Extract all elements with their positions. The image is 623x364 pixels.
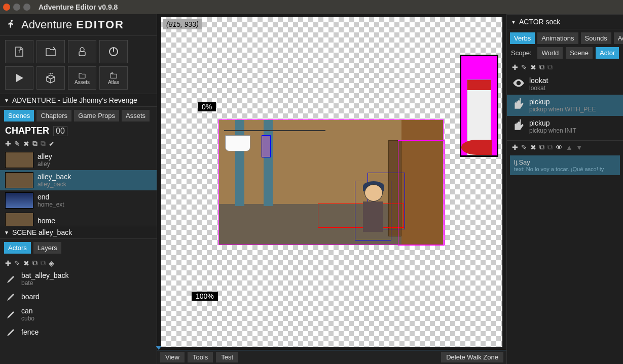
delete-walkzone-button[interactable]: Delete Walk Zone bbox=[441, 352, 503, 362]
scene-header-title: SCENE alley_back bbox=[12, 228, 72, 236]
brush-icon bbox=[5, 326, 17, 338]
scene-list[interactable]: alleyalley alley_backalley_back endhome_… bbox=[0, 150, 157, 226]
tab-verbs[interactable]: Verbs bbox=[510, 32, 535, 44]
delete-icon[interactable]: ✖ bbox=[530, 63, 536, 71]
maximize-window-icon[interactable] bbox=[23, 4, 30, 11]
power-button[interactable] bbox=[99, 40, 128, 63]
actor-item[interactable]: fence bbox=[0, 324, 157, 340]
selection-bbox[interactable] bbox=[398, 140, 445, 246]
cursor-coords: (815, 933) bbox=[163, 19, 202, 29]
gem-icon[interactable]: ◈ bbox=[49, 259, 54, 267]
copy-icon[interactable]: ⧉ bbox=[32, 139, 38, 148]
assets-button[interactable]: Assets bbox=[68, 66, 96, 90]
paste-icon[interactable]: ⧉ bbox=[547, 143, 553, 151]
actor-preview bbox=[460, 55, 498, 157]
actor-item[interactable]: board bbox=[0, 289, 157, 305]
action-panel: ✚ ✎ ✖ ⧉ ⧉ 👁 ▲ ▼ lj.Say text: No lo voy a… bbox=[507, 140, 623, 177]
scene-thumb bbox=[5, 172, 33, 188]
tab-assets[interactable]: Assets bbox=[122, 110, 150, 122]
scene-viewport[interactable]: (815, 933) 0% 100% bbox=[161, 17, 502, 347]
adventure-header[interactable]: ▼ ADVENTURE - Little Jhonny's Revenge bbox=[0, 94, 157, 107]
verb-item-pickup[interactable]: pickuppickup when WITH_PEE bbox=[507, 95, 623, 116]
actor-item[interactable]: bat_alley_backbate bbox=[0, 269, 157, 289]
copy-icon[interactable]: ⧉ bbox=[539, 63, 544, 71]
add-icon[interactable]: ✚ bbox=[5, 259, 11, 267]
scene-item-end[interactable]: endhome_ext bbox=[0, 190, 157, 211]
package-button[interactable] bbox=[36, 66, 65, 90]
tab-scenes[interactable]: Scenes bbox=[4, 110, 34, 122]
play-button[interactable] bbox=[5, 66, 33, 90]
verb-tools: ✚ ✎ ✖ ⧉ ⧉ bbox=[507, 61, 623, 73]
view-menu[interactable]: View bbox=[160, 352, 185, 362]
down-icon[interactable]: ▼ bbox=[576, 143, 583, 151]
add-icon[interactable]: ✚ bbox=[512, 143, 518, 151]
edit-icon[interactable]: ✎ bbox=[14, 140, 20, 148]
delete-icon[interactable]: ✖ bbox=[23, 140, 29, 148]
verb-sub: pickup when INIT bbox=[529, 127, 576, 134]
viewport-bottombar: View Tools Test Delete Walk Zone bbox=[157, 350, 506, 364]
close-window-icon[interactable] bbox=[3, 4, 10, 11]
scope-scene[interactable]: Scene bbox=[566, 47, 593, 59]
logo-text-2: EDITOR bbox=[76, 18, 124, 31]
hand-icon bbox=[512, 119, 525, 132]
tab-layers[interactable]: Layers bbox=[33, 242, 61, 254]
test-menu[interactable]: Test bbox=[216, 352, 238, 362]
tab-animations[interactable]: Animations bbox=[537, 32, 578, 44]
scene-thumb bbox=[5, 152, 33, 168]
scope-world[interactable]: World bbox=[537, 47, 563, 59]
brush-icon bbox=[5, 273, 17, 285]
edit-icon[interactable]: ✎ bbox=[14, 259, 20, 267]
app-body: Adventure EDITOR + Assets +Atlas ▼ ADVEN… bbox=[0, 14, 623, 364]
device-button[interactable] bbox=[68, 40, 96, 63]
action-item[interactable]: lj.Say text: No lo voy a tocar. ¡Qué asc… bbox=[510, 155, 620, 175]
verb-item-lookat[interactable]: lookatlookat bbox=[507, 73, 623, 95]
scene-item-alley-back[interactable]: alley_backalley_back bbox=[0, 170, 157, 190]
up-icon[interactable]: ▲ bbox=[566, 143, 573, 151]
chapter-number[interactable]: 00 bbox=[53, 126, 67, 136]
paste-icon[interactable]: ⧉ bbox=[41, 139, 46, 148]
pipe-graphic bbox=[235, 120, 244, 206]
add-icon[interactable]: ✚ bbox=[5, 140, 11, 148]
underwear-sprite[interactable] bbox=[225, 135, 250, 151]
copy-icon[interactable]: ⧉ bbox=[539, 143, 544, 151]
character-sprite[interactable] bbox=[355, 181, 391, 240]
add-icon[interactable]: ✚ bbox=[512, 63, 518, 71]
zoom-0-label: 0% bbox=[198, 102, 216, 111]
sock-sprite[interactable] bbox=[262, 135, 271, 157]
resize-handle-icon[interactable] bbox=[156, 346, 162, 350]
paste-icon[interactable]: ⧉ bbox=[547, 63, 553, 71]
minimize-window-icon[interactable] bbox=[13, 4, 20, 11]
scope-actor[interactable]: Actor bbox=[596, 47, 619, 59]
wire-graphic bbox=[224, 130, 325, 131]
edit-icon[interactable]: ✎ bbox=[521, 143, 527, 151]
scene-item-alley[interactable]: alleyalley bbox=[0, 150, 157, 170]
open-button[interactable] bbox=[36, 40, 65, 63]
tab-chapters[interactable]: Chapters bbox=[36, 110, 71, 122]
paste-icon[interactable]: ⧉ bbox=[41, 259, 46, 267]
atlas-button[interactable]: +Atlas bbox=[99, 66, 128, 90]
tab-actors[interactable]: Actors bbox=[4, 242, 31, 254]
verb-item-pickup-init[interactable]: pickuppickup when INIT bbox=[507, 116, 623, 137]
scene-list-tools: ✚ ✎ ✖ ⧉ ⧉ ✔ bbox=[0, 137, 157, 150]
tab-sounds[interactable]: Sounds bbox=[581, 32, 611, 44]
tab-ac[interactable]: Ac bbox=[614, 32, 623, 44]
tab-gameprops[interactable]: Game Props bbox=[74, 110, 119, 122]
new-button[interactable]: + bbox=[5, 40, 33, 63]
collapse-icon: ▼ bbox=[4, 98, 9, 103]
actor-panel-header[interactable]: ▼ ACTOR sock bbox=[507, 14, 623, 29]
check-icon[interactable]: ✔ bbox=[49, 140, 55, 148]
scene-tabs: Actors Layers bbox=[0, 239, 157, 257]
tools-menu[interactable]: Tools bbox=[188, 352, 213, 362]
scene-item-home[interactable]: home bbox=[0, 211, 157, 226]
scene-canvas[interactable] bbox=[218, 119, 444, 245]
actor-item[interactable]: cancubo bbox=[0, 305, 157, 324]
visibility-icon[interactable]: 👁 bbox=[556, 143, 563, 151]
delete-icon[interactable]: ✖ bbox=[530, 143, 536, 151]
scene-section-header[interactable]: ▼ SCENE alley_back bbox=[0, 226, 157, 239]
actor-list[interactable]: bat_alley_backbate board cancubo fence bbox=[0, 269, 157, 364]
copy-icon[interactable]: ⧉ bbox=[32, 259, 38, 267]
svg-text:+: + bbox=[17, 48, 21, 55]
delete-icon[interactable]: ✖ bbox=[23, 259, 29, 267]
sock-graphic bbox=[467, 79, 491, 155]
edit-icon[interactable]: ✎ bbox=[521, 63, 527, 71]
